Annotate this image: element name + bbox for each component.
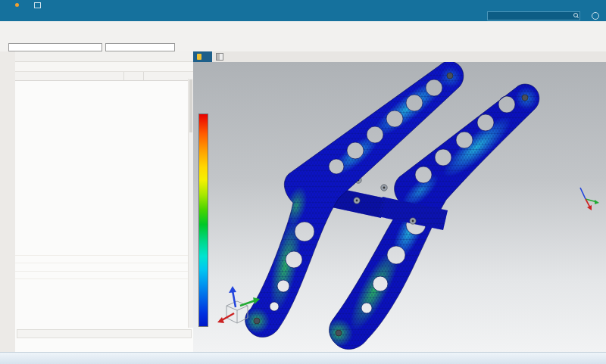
- graphics-window: [193, 51, 606, 353]
- panel-scrollbar[interactable]: [188, 79, 193, 328]
- tree-header: [15, 72, 193, 81]
- tree-empty-rows: [15, 247, 188, 279]
- durability-results-section[interactable]: [17, 329, 192, 338]
- scenario-panel: [15, 51, 194, 353]
- viewport-canvas[interactable]: [193, 62, 606, 353]
- search-icon[interactable]: [573, 13, 578, 17]
- search-input[interactable]: [487, 11, 580, 20]
- color-legend-bar: [198, 114, 208, 327]
- command-search: [487, 11, 580, 20]
- selection-filter-combo[interactable]: [8, 43, 102, 51]
- navigator-section-header[interactable]: [15, 62, 193, 72]
- help-icon[interactable]: [592, 12, 599, 20]
- simulation-file-icon: [197, 54, 201, 60]
- wcs-triad: [574, 180, 601, 213]
- tab-discovery-center[interactable]: [212, 51, 230, 62]
- ribbon: [0, 21, 606, 43]
- selection-scope-combo[interactable]: [105, 43, 175, 51]
- window-icon: [34, 2, 41, 8]
- model-triad: [213, 286, 261, 333]
- resource-bar: [0, 51, 16, 353]
- titlebar: [0, 0, 606, 10]
- quick-access-toolbar: [0, 2, 44, 8]
- panel-actions: [17, 339, 192, 352]
- tab-boom-sim[interactable]: [193, 51, 212, 62]
- window-menu[interactable]: [34, 2, 44, 8]
- discovery-center-icon: [216, 53, 223, 61]
- status-band: [0, 352, 606, 364]
- menubar: [0, 10, 606, 21]
- simcenter-window: [0, 0, 606, 364]
- document-tabs: [193, 51, 606, 63]
- record-icon[interactable]: [15, 3, 19, 7]
